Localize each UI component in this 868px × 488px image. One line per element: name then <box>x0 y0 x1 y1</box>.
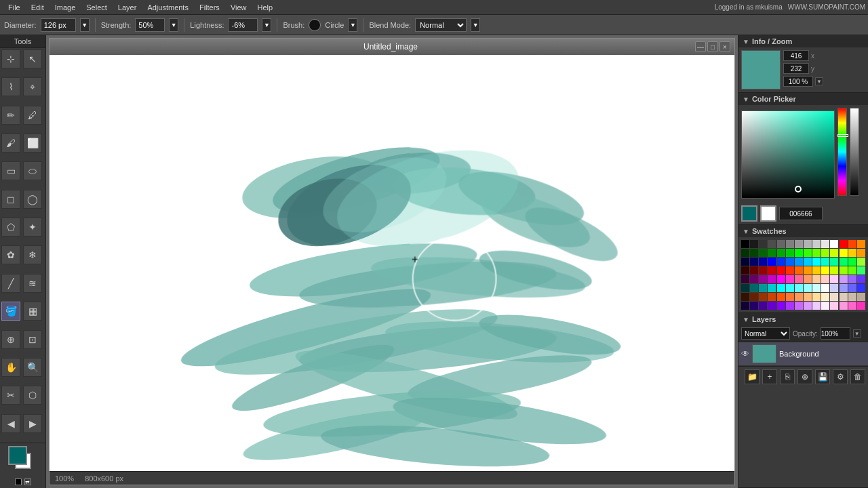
tool-eyedropper[interactable]: 🖊 <box>23 106 42 125</box>
swatch-color[interactable] <box>759 293 767 301</box>
tool-gradient[interactable]: ▦ <box>23 302 42 321</box>
swatch-color[interactable] <box>768 240 776 248</box>
lightness-input[interactable] <box>228 18 258 32</box>
menu-adjustments[interactable]: Adjustments <box>142 2 194 13</box>
tool-heal[interactable]: ⬡ <box>23 386 42 405</box>
swatch-color[interactable] <box>830 302 838 310</box>
swatch-color[interactable] <box>768 249 776 257</box>
swatch-color[interactable] <box>840 284 848 292</box>
tool-line[interactable]: ╱ <box>1 274 20 293</box>
settings-layer-button[interactable]: ⚙ <box>833 369 848 384</box>
swatch-color[interactable] <box>821 258 829 266</box>
swatch-color[interactable] <box>759 266 767 274</box>
tool-paint-bucket[interactable]: 🪣 <box>1 302 20 321</box>
swatch-color[interactable] <box>812 302 821 310</box>
layer-row[interactable]: 👁 Background <box>738 342 868 366</box>
swatch-color[interactable] <box>804 275 812 283</box>
tool-clone[interactable]: ✂ <box>1 386 20 405</box>
foreground-color-swatch[interactable] <box>741 205 757 222</box>
tool-lasso[interactable]: ⌇ <box>1 77 20 96</box>
background-color-swatch[interactable] <box>760 205 776 222</box>
swatch-color[interactable] <box>786 249 794 257</box>
swatch-color[interactable] <box>848 249 856 257</box>
swatch-color[interactable] <box>777 258 785 266</box>
swatch-color[interactable] <box>848 293 856 301</box>
swatch-color[interactable] <box>750 258 758 266</box>
swatch-color[interactable] <box>830 293 838 301</box>
swatch-color[interactable] <box>768 293 776 301</box>
swatch-color[interactable] <box>777 249 785 257</box>
swap-colors[interactable]: ⇄ <box>24 479 31 485</box>
set-default-colors[interactable] <box>15 479 22 485</box>
spectrum-bar[interactable] <box>837 108 847 196</box>
swatch-color[interactable] <box>857 293 865 301</box>
color-picker-header[interactable]: ▼ Color Picker <box>738 93 868 105</box>
swatch-color[interactable] <box>795 293 803 301</box>
swatch-color[interactable] <box>848 240 856 248</box>
swatch-color[interactable] <box>786 293 794 301</box>
tool-magnetic-lasso[interactable]: ⌖ <box>23 77 42 96</box>
swatch-color[interactable] <box>741 293 749 301</box>
swatch-color[interactable] <box>840 302 848 310</box>
swatch-color[interactable] <box>840 266 848 274</box>
merge-layers-button[interactable]: ⊕ <box>797 369 812 384</box>
tool-star[interactable]: ✦ <box>23 218 42 237</box>
swatch-color[interactable] <box>848 266 856 274</box>
swatch-color[interactable] <box>786 266 794 274</box>
swatch-color[interactable] <box>795 258 803 266</box>
swatch-color[interactable] <box>777 293 785 301</box>
swatch-color[interactable] <box>821 266 829 274</box>
diameter-input[interactable] <box>41 18 76 32</box>
swatch-color[interactable] <box>759 258 767 266</box>
swatch-color[interactable] <box>759 302 767 310</box>
brush-dropdown[interactable]: ▼ <box>348 18 357 32</box>
swatch-color[interactable] <box>768 258 776 266</box>
swatch-color[interactable] <box>812 284 821 292</box>
swatch-color[interactable] <box>848 275 856 283</box>
swatch-color[interactable] <box>759 240 767 248</box>
menu-file[interactable]: File <box>3 2 26 13</box>
swatch-color[interactable] <box>777 266 785 274</box>
swatch-color[interactable] <box>750 284 758 292</box>
swatch-color[interactable] <box>741 266 749 274</box>
opacity-dropdown[interactable]: ▼ <box>853 329 861 338</box>
swatch-color[interactable] <box>768 266 776 274</box>
blend-dropdown[interactable]: ▼ <box>471 18 480 32</box>
color-gradient-field[interactable] <box>741 110 835 199</box>
opacity-bar[interactable] <box>850 108 859 196</box>
swatch-color[interactable] <box>750 266 758 274</box>
tool-select-arrow[interactable]: ↖ <box>23 49 42 68</box>
tool-move[interactable]: ⊹ <box>1 49 20 68</box>
tool-undo-step[interactable]: ◀ <box>1 414 20 433</box>
menu-edit[interactable]: Edit <box>26 2 50 13</box>
swatch-color[interactable] <box>857 258 865 266</box>
swatch-color[interactable] <box>795 302 803 310</box>
swatch-color[interactable] <box>786 302 794 310</box>
swatch-color[interactable] <box>812 258 821 266</box>
tool-pencil[interactable]: ✏ <box>1 106 20 125</box>
swatch-color[interactable] <box>840 258 848 266</box>
menu-help[interactable]: Help <box>252 2 279 13</box>
swatch-color[interactable] <box>821 302 829 310</box>
tool-flower[interactable]: ✿ <box>1 245 20 264</box>
swatches-header[interactable]: ▼ Swatches <box>738 225 868 237</box>
swatch-color[interactable] <box>804 249 812 257</box>
swatch-color[interactable] <box>830 249 838 257</box>
swatch-color[interactable] <box>768 275 776 283</box>
swatch-color[interactable] <box>857 240 865 248</box>
swatch-color[interactable] <box>830 266 838 274</box>
canvas-content[interactable] <box>50 55 734 471</box>
lightness-dropdown[interactable]: ▼ <box>262 18 271 32</box>
swatch-color[interactable] <box>830 240 838 248</box>
tool-rect-select[interactable]: ▭ <box>1 161 20 180</box>
strength-input[interactable] <box>135 18 165 32</box>
swatch-color[interactable] <box>812 240 821 248</box>
swatch-color[interactable] <box>777 240 785 248</box>
spectrum-bar-container[interactable] <box>837 108 847 201</box>
swatch-color[interactable] <box>840 240 848 248</box>
info-zoom-header[interactable]: ▼ Info / Zoom <box>738 35 868 47</box>
duplicate-layer-button[interactable]: ⎘ <box>780 369 795 384</box>
swatch-color[interactable] <box>768 284 776 292</box>
swatch-color[interactable] <box>857 249 865 257</box>
swatch-color[interactable] <box>795 249 803 257</box>
